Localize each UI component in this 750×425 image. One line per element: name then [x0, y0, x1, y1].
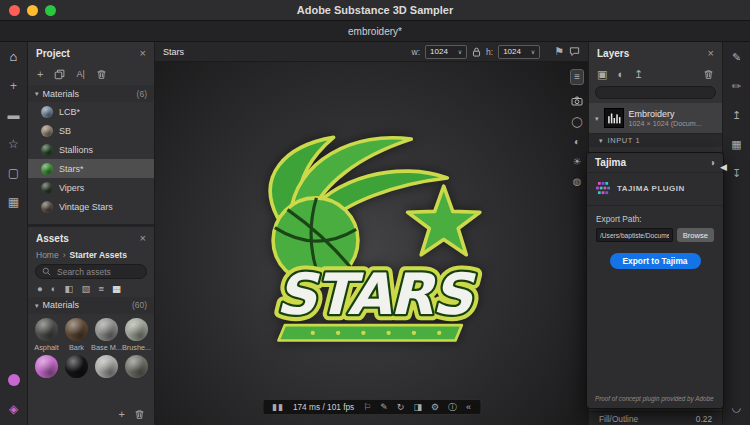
property-label: Fill/Outline	[599, 414, 638, 424]
asset-item[interactable]	[125, 355, 148, 378]
asset-item[interactable]: Brushe...	[125, 318, 148, 351]
assets-panel-title: Assets	[36, 233, 69, 244]
material-item[interactable]: LCB*	[28, 102, 154, 121]
magic-wand-icon[interactable]: ☆	[8, 138, 19, 150]
plugin-export-icon[interactable]: ↧	[732, 168, 741, 179]
export-layer-icon[interactable]: ↥	[634, 69, 643, 80]
material-item[interactable]: SB	[28, 121, 154, 140]
environment-icon[interactable]: ◍	[573, 177, 582, 187]
assets-close-icon[interactable]: ×	[140, 233, 146, 244]
duplicate-icon[interactable]	[54, 69, 65, 80]
viewport-canvas[interactable]: Stars w: 1024 ∨ h: 1024 ∨ ⚑ ≡	[155, 42, 588, 425]
assets-panel: Assets × Home › Starter Assets ● ◐ ◧ ▧	[28, 224, 154, 425]
zoom-window-button[interactable]	[45, 5, 56, 16]
filter-swatch-icon[interactable]: ◧	[65, 284, 74, 294]
export-path-row: Browse	[587, 228, 723, 242]
asset-item[interactable]	[95, 355, 118, 378]
layers-filter-field[interactable]	[595, 86, 716, 99]
add-icon[interactable]: +	[10, 80, 17, 92]
rename-icon[interactable]: A|	[76, 70, 84, 79]
add-asset-icon[interactable]: +	[119, 409, 125, 420]
panel-options-icon[interactable]: ◑	[709, 158, 715, 168]
plugin-footer-note: Proof of concept plugin provided by Adob…	[587, 395, 723, 408]
home-icon[interactable]: ⌂	[10, 50, 18, 63]
export-to-tajima-button[interactable]: Export to Tajima	[610, 253, 701, 269]
light-icon[interactable]: ☀	[573, 157, 582, 167]
list-view-icon[interactable]: ≡	[98, 284, 104, 294]
asset-item[interactable]	[65, 355, 88, 378]
assets-actions: +	[28, 406, 154, 425]
render-sphere-icon[interactable]: ◯	[571, 117, 582, 127]
tajima-brand-label: TAJIMA PLUGIN	[617, 184, 685, 193]
lock-ratio-icon[interactable]	[472, 47, 481, 57]
display-settings-icon[interactable]: ⚙	[431, 403, 439, 412]
project-toolbar: + A|	[28, 64, 154, 85]
apps-grid-icon[interactable]: ▦	[731, 139, 741, 150]
mosaic-icon[interactable]: ▦	[8, 196, 19, 208]
asset-item[interactable]: Base M...	[95, 318, 118, 351]
material-thumbnail	[41, 201, 53, 213]
collapse-toolbar-icon[interactable]: «	[466, 403, 471, 412]
chevron-down-icon[interactable]: ▾	[595, 115, 599, 122]
share-icon[interactable]: ↥	[732, 110, 741, 121]
breadcrumb-home[interactable]: Home	[36, 250, 59, 260]
material-label: Vintage Stars	[59, 202, 113, 212]
right-rail: ✎ ✏ ↥ ▦ ↧ ◡	[722, 42, 750, 425]
comment-icon[interactable]	[569, 46, 580, 57]
layers-close-icon[interactable]: ×	[708, 48, 714, 59]
app-rail: ⌂ + ▬ ☆ ▢ ▦ ◈	[0, 42, 28, 425]
delete-material-icon[interactable]	[96, 69, 107, 80]
flag-outline-icon[interactable]: ⚐	[363, 403, 371, 412]
document-tab[interactable]: embroidery*	[348, 26, 402, 37]
filter-all-icon[interactable]: ●	[37, 284, 43, 294]
browse-button[interactable]: Browse	[677, 228, 714, 242]
filter-materials-icon[interactable]: ◐	[51, 284, 57, 294]
add-layer-icon[interactable]: ▣	[597, 69, 607, 80]
flag-icon[interactable]: ⚑	[554, 46, 564, 57]
tonemap-icon[interactable]: ◐	[574, 137, 580, 147]
embroidery-logo: STARS STARS	[218, 122, 525, 348]
search-input[interactable]	[55, 266, 140, 278]
filter-pattern-icon[interactable]: ▧	[81, 284, 90, 294]
camera-icon[interactable]	[571, 95, 583, 107]
asset-item[interactable]: Asphalt	[35, 318, 58, 351]
crop-icon[interactable]: ▢	[8, 167, 19, 179]
beta-feature-icon[interactable]: ◈	[9, 403, 18, 415]
reset-view-icon[interactable]: ↻	[397, 403, 405, 412]
info-icon[interactable]: ⓘ	[448, 403, 457, 412]
close-window-button[interactable]	[9, 5, 20, 16]
traffic-lights	[9, 5, 56, 16]
project-materials-section[interactable]: ▾ Materials (6)	[28, 85, 154, 102]
export-path-input[interactable]	[596, 228, 673, 242]
search-icon	[42, 267, 51, 276]
material-item[interactable]: Vipers	[28, 178, 154, 197]
add-adjustment-icon[interactable]: ◐	[617, 69, 624, 80]
layer-input-row[interactable]: ▾ INPUT 1	[589, 133, 722, 147]
annotate-icon[interactable]: ✎	[380, 403, 388, 412]
project-close-icon[interactable]: ×	[140, 48, 146, 59]
magnet-icon[interactable]: ◡	[732, 402, 742, 413]
delete-asset-icon[interactable]	[134, 409, 145, 420]
width-select[interactable]: 1024 ∨	[425, 45, 467, 59]
layer-item-embroidery[interactable]: ▾ Embroidery 1024 × 1024 (Docum...	[589, 103, 722, 133]
compare-icon[interactable]: ◨	[413, 403, 422, 412]
add-material-icon[interactable]: +	[37, 69, 43, 80]
pen-icon[interactable]: ✎	[732, 52, 741, 63]
material-item-selected[interactable]: Stars*	[28, 159, 154, 178]
asset-item[interactable]	[35, 355, 58, 378]
grid-view-icon[interactable]: ▦	[112, 284, 121, 294]
property-value[interactable]: 0.22	[696, 414, 712, 424]
minimize-window-button[interactable]	[27, 5, 38, 16]
pencil-icon[interactable]: ✏	[732, 81, 741, 92]
height-select[interactable]: 1024 ∨	[498, 45, 540, 59]
libraries-icon[interactable]	[8, 374, 20, 386]
asset-item[interactable]: Bark	[65, 318, 88, 351]
logo-text-outline: STARS	[276, 261, 477, 327]
assets-materials-section[interactable]: ▾ Materials (60)	[28, 297, 154, 314]
view-options-icon[interactable]: ≡	[570, 69, 584, 85]
material-item[interactable]: Vintage Stars	[28, 197, 154, 216]
paint-roller-icon[interactable]: ▬	[8, 109, 20, 121]
perf-icon[interactable]: ▮▮	[272, 403, 284, 412]
material-item[interactable]: Stallions	[28, 140, 154, 159]
delete-layer-icon[interactable]	[703, 69, 714, 80]
